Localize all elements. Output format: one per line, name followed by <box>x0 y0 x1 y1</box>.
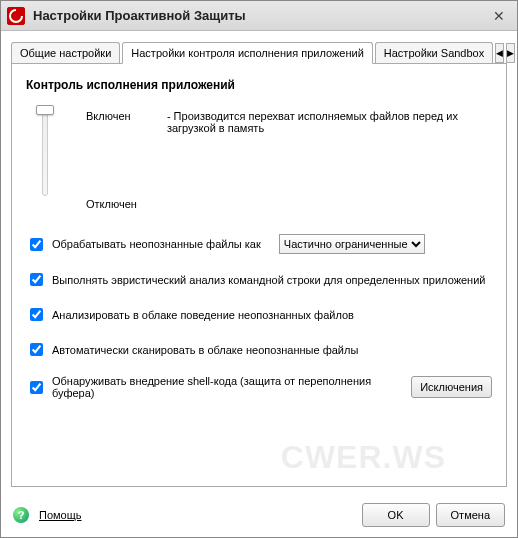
tab-scroll-right-icon[interactable]: ▶ <box>506 43 515 63</box>
tab-scroll-left-icon[interactable]: ◀ <box>495 43 504 63</box>
checkbox-unrecognized-files[interactable] <box>30 238 43 251</box>
content-area: Общие настройки Настройки контроля испол… <box>1 31 517 495</box>
watermark-text: CWER.WS <box>281 439 446 476</box>
settings-window: Настройки Проактивной Защиты ✕ Общие нас… <box>0 0 518 538</box>
help-link[interactable]: Помощь <box>39 509 82 521</box>
cancel-button[interactable]: Отмена <box>436 503 505 527</box>
select-unrecognized-mode[interactable]: Частично ограниченные <box>279 234 425 254</box>
help-icon: ? <box>13 507 29 523</box>
slider-section: Включен Отключен - Производится перехват… <box>26 110 492 210</box>
exceptions-button[interactable]: Исключения <box>411 376 492 398</box>
option-cloud-scan: Автоматически сканировать в облаке неопо… <box>26 340 492 359</box>
tab-sandbox[interactable]: Настройки Sandbox <box>375 42 493 63</box>
slider-column <box>34 110 56 196</box>
label-cloud-scan: Автоматически сканировать в облаке неопо… <box>52 344 358 356</box>
level-description: - Производится перехват исполняемых файл… <box>167 110 492 134</box>
slider-label-off: Отключен <box>86 198 137 210</box>
footer: ? Помощь OK Отмена <box>1 495 517 537</box>
window-title: Настройки Проактивной Защиты <box>33 8 487 23</box>
level-slider[interactable] <box>42 110 48 196</box>
option-heuristic-cmdline: Выполнять эвристический анализ командной… <box>26 270 492 289</box>
slider-label-on: Включен <box>86 110 137 122</box>
titlebar: Настройки Проактивной Защиты ✕ <box>1 1 517 31</box>
tab-general[interactable]: Общие настройки <box>11 42 120 63</box>
tab-execution-control[interactable]: Настройки контроля исполнения приложений <box>122 42 373 64</box>
checkbox-cloud-behavior[interactable] <box>30 308 43 321</box>
checkbox-cloud-scan[interactable] <box>30 343 43 356</box>
tabs-row: Общие настройки Настройки контроля испол… <box>11 39 507 63</box>
label-heuristic-cmdline: Выполнять эвристический анализ командной… <box>52 274 485 286</box>
option-shellcode: Обнаруживать внедрение shell-кода (защит… <box>26 375 492 399</box>
slider-labels: Включен Отключен <box>86 110 137 210</box>
option-unrecognized-files: Обрабатывать неопознанные файлы как Част… <box>26 234 492 254</box>
options-list: Обрабатывать неопознанные файлы как Част… <box>26 234 492 399</box>
label-shellcode: Обнаруживать внедрение shell-кода (защит… <box>52 375 397 399</box>
tab-body: Контроль исполнения приложений Включен О… <box>11 63 507 487</box>
ok-button[interactable]: OK <box>362 503 430 527</box>
option-cloud-behavior: Анализировать в облаке поведение неопозн… <box>26 305 492 324</box>
checkbox-shellcode[interactable] <box>30 381 43 394</box>
slider-thumb-icon[interactable] <box>36 105 54 115</box>
close-icon[interactable]: ✕ <box>487 6 511 26</box>
label-cloud-behavior: Анализировать в облаке поведение неопозн… <box>52 309 354 321</box>
label-unrecognized-files: Обрабатывать неопознанные файлы как <box>52 238 261 250</box>
section-title: Контроль исполнения приложений <box>26 78 492 92</box>
checkbox-heuristic-cmdline[interactable] <box>30 273 43 286</box>
app-icon <box>7 7 25 25</box>
